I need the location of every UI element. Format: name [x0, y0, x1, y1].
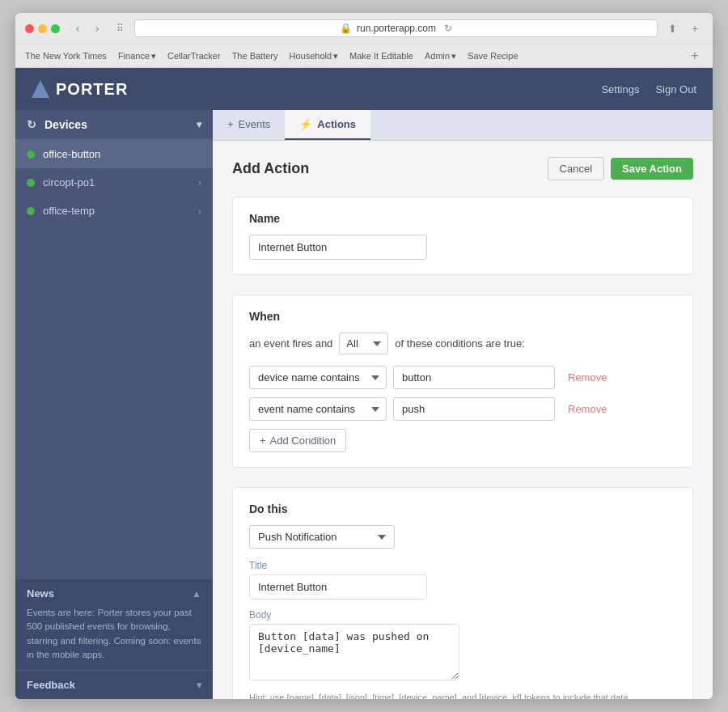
- action-header: Add Action Cancel Save Action: [232, 157, 693, 180]
- chevron-down-icon: ▾: [451, 51, 456, 61]
- tab-actions-label: Actions: [317, 118, 356, 130]
- sidebar-item-office-button[interactable]: office-button: [15, 140, 213, 168]
- lightning-icon: ⚡: [299, 118, 312, 130]
- sidebar-feedback[interactable]: Feedback ▾: [15, 670, 213, 699]
- plus-icon: +: [260, 434, 266, 447]
- header-actions: Settings Sign Out: [601, 83, 696, 95]
- back-button[interactable]: ‹: [70, 20, 86, 36]
- bookmark-cellar[interactable]: CellarTracker: [167, 51, 221, 61]
- new-tab-button[interactable]: +: [687, 20, 703, 36]
- body-field-textarea[interactable]: Button [data] was pushed on [device_name…: [249, 624, 459, 680]
- bookmarks-bar: The New York Times Finance ▾ CellarTrack…: [15, 44, 713, 67]
- app-logo: PORTER: [32, 80, 128, 99]
- close-button[interactable]: [25, 24, 34, 33]
- refresh-icon: ↻: [444, 23, 452, 34]
- status-dot: [27, 207, 35, 215]
- bookmark-save-recipe[interactable]: Save Recipe: [468, 51, 518, 61]
- save-action-button[interactable]: Save Action: [611, 158, 693, 180]
- condition-1-remove-button[interactable]: Remove: [568, 371, 607, 384]
- sidebar-header: ↻ Devices ▾: [15, 110, 213, 140]
- lock-icon: 🔒: [340, 23, 352, 34]
- bookmark-editable[interactable]: Make It Editable: [349, 51, 413, 61]
- condition-2-remove-button[interactable]: Remove: [568, 403, 607, 415]
- app-name: PORTER: [56, 80, 128, 99]
- chevron-right-icon: ›: [198, 177, 201, 189]
- condition-type-select[interactable]: All Any: [339, 333, 388, 354]
- chevron-up-icon[interactable]: ▲: [192, 588, 201, 600]
- chevron-right-icon: ›: [198, 206, 201, 217]
- name-section-label: Name: [249, 212, 676, 225]
- refresh-icon[interactable]: ↻: [27, 118, 36, 131]
- bookmark-finance[interactable]: Finance ▾: [118, 51, 156, 61]
- chevron-down-icon: ▾: [333, 51, 338, 61]
- add-bookmark-button[interactable]: +: [687, 48, 703, 64]
- cancel-button[interactable]: Cancel: [548, 157, 604, 180]
- share-button[interactable]: ⬆: [664, 20, 680, 36]
- sidebar-item-circopt[interactable]: circopt-po1 ›: [15, 168, 213, 197]
- browser-window: ‹ › ⠿ 🔒 run.porterapp.com ↻ ⬆ + The New …: [15, 13, 713, 699]
- condition-1-value-input[interactable]: [393, 366, 555, 389]
- when-row: an event fires and All Any of these cond…: [249, 333, 676, 354]
- chevron-down-icon: ▾: [197, 680, 201, 691]
- logo-icon: [32, 80, 49, 98]
- device-name: office-temp: [43, 205, 198, 217]
- action-type-select[interactable]: Push Notification Email Webhook: [249, 525, 395, 549]
- grid-button[interactable]: ⠿: [112, 20, 128, 36]
- signout-link[interactable]: Sign Out: [655, 83, 696, 95]
- nav-buttons: ‹ ›: [70, 20, 105, 36]
- url-bar[interactable]: 🔒 run.porterapp.com ↻: [134, 19, 658, 37]
- title-field-label: Title: [249, 560, 676, 571]
- plus-icon: +: [227, 118, 234, 130]
- minimize-button[interactable]: [38, 24, 47, 33]
- news-text: Events are here: Porter stores your past…: [27, 606, 201, 662]
- status-dot: [27, 150, 35, 159]
- condition-row-2: event name contains device name contains…: [249, 397, 676, 421]
- main-content: + Events ⚡ Actions Add Action Cancel Sav…: [213, 110, 713, 699]
- settings-link[interactable]: Settings: [601, 83, 639, 95]
- maximize-button[interactable]: [51, 24, 60, 33]
- name-section: Name: [232, 197, 693, 275]
- news-label: News: [27, 587, 192, 600]
- add-condition-label: Add Condition: [270, 434, 336, 447]
- sidebar-news: News ▲ Events are here: Porter stores yo…: [15, 579, 213, 670]
- sidebar: ↻ Devices ▾ office-button circopt-po1 › …: [15, 110, 213, 699]
- bookmark-admin[interactable]: Admin ▾: [425, 51, 456, 61]
- forward-button[interactable]: ›: [89, 20, 105, 36]
- condition-2-type-select[interactable]: event name contains device name contains…: [249, 397, 387, 421]
- name-input[interactable]: [249, 235, 427, 260]
- condition-1-type-select[interactable]: device name contains event name contains…: [249, 366, 387, 389]
- do-label: Do this: [249, 502, 676, 515]
- browser-chrome: ‹ › ⠿ 🔒 run.porterapp.com ↻ ⬆ + The New …: [15, 13, 713, 68]
- traffic-lights: [25, 24, 60, 33]
- body-field-label: Body: [249, 609, 676, 621]
- device-name: circopt-po1: [43, 176, 198, 189]
- bookmark-battery[interactable]: The Battery: [232, 51, 278, 61]
- when-prefix-text: an event fires and: [249, 337, 332, 350]
- sidebar-devices-label: Devices: [44, 118, 197, 131]
- when-suffix-text: of these conditions are true:: [395, 337, 524, 350]
- tab-events-label: Events: [239, 118, 271, 130]
- content-area: Add Action Cancel Save Action Name When …: [213, 141, 713, 699]
- page-title: Add Action: [232, 160, 548, 177]
- app-header: PORTER Settings Sign Out: [15, 68, 713, 110]
- condition-2-value-input[interactable]: [393, 397, 555, 421]
- hint-text: Hint: use [name], [data], [json], [time]…: [249, 691, 676, 699]
- tab-events[interactable]: + Events: [213, 110, 285, 140]
- chevron-down-icon[interactable]: ▾: [197, 119, 201, 130]
- bookmark-nyt[interactable]: The New York Times: [25, 51, 107, 61]
- condition-row-1: device name contains event name contains…: [249, 366, 676, 389]
- when-label: When: [249, 310, 676, 323]
- do-section: Do this Push Notification Email Webhook …: [232, 487, 693, 699]
- sidebar-item-office-temp[interactable]: office-temp ›: [15, 197, 213, 225]
- add-condition-button[interactable]: + Add Condition: [249, 429, 346, 452]
- bookmark-household[interactable]: Household ▾: [289, 51, 338, 61]
- app-body: ↻ Devices ▾ office-button circopt-po1 › …: [15, 110, 713, 699]
- feedback-label: Feedback: [27, 679, 197, 691]
- title-field-input[interactable]: [249, 574, 427, 600]
- when-section: When an event fires and All Any of these…: [232, 295, 693, 468]
- chevron-down-icon: ▾: [151, 51, 156, 61]
- tab-actions[interactable]: ⚡ Actions: [285, 110, 370, 140]
- device-name: office-button: [43, 148, 201, 160]
- tabs-bar: + Events ⚡ Actions: [213, 110, 713, 141]
- url-text: run.porterapp.com: [357, 23, 436, 34]
